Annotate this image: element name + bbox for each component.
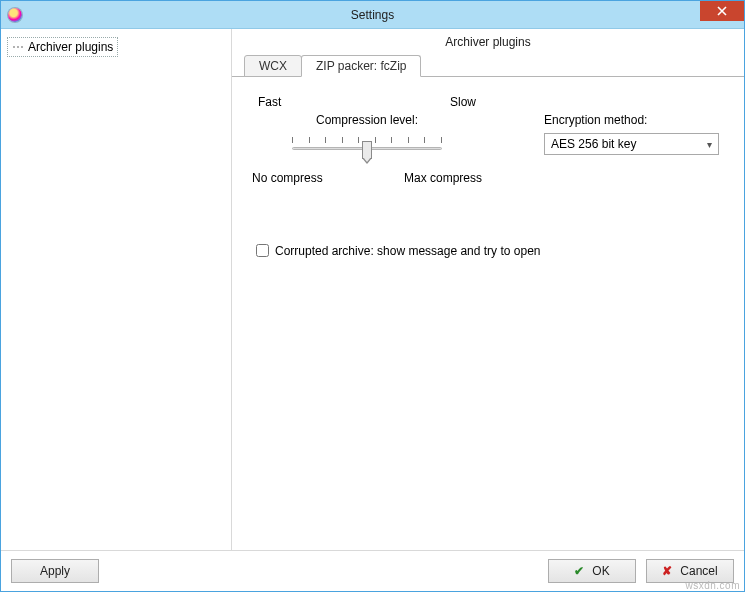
dropdown-value: AES 256 bit key — [551, 137, 636, 151]
tab-wcx[interactable]: WCX — [244, 55, 302, 77]
label-no-compress: No compress — [252, 171, 323, 185]
label-slow: Slow — [450, 95, 476, 109]
titlebar[interactable]: Settings — [1, 1, 744, 29]
encryption-group: Encryption method: AES 256 bit key ▾ — [544, 95, 719, 155]
cross-icon: ✘ — [662, 564, 672, 578]
label-fast: Fast — [258, 95, 281, 109]
sidebar-item-archiver-plugins[interactable]: ⋯Archiver plugins — [7, 37, 118, 57]
corrupted-archive-label: Corrupted archive: show message and try … — [275, 244, 540, 258]
corrupted-archive-checkbox[interactable]: Corrupted archive: show message and try … — [252, 241, 724, 260]
apply-button[interactable]: Apply — [11, 559, 99, 583]
tab-zip-packer[interactable]: ZIP packer: fcZip — [301, 55, 421, 77]
button-label: Apply — [40, 564, 70, 578]
sidebar: ⋯Archiver plugins — [1, 29, 231, 550]
tabpage-zip: Fast Slow Compression level: — [232, 77, 744, 550]
encryption-method-select[interactable]: AES 256 bit key ▾ — [544, 133, 719, 155]
window-title: Settings — [1, 8, 744, 22]
tab-label: WCX — [259, 59, 287, 73]
label-compression-level: Compression level: — [252, 113, 482, 127]
label-encryption-method: Encryption method: — [544, 113, 719, 127]
panel-title: Archiver plugins — [232, 29, 744, 55]
compression-group: Fast Slow Compression level: — [252, 95, 482, 185]
settings-window: Settings ⋯Archiver plugins Archiver plug… — [0, 0, 745, 592]
compression-slider[interactable] — [292, 131, 442, 161]
tab-label: ZIP packer: fcZip — [316, 59, 406, 73]
dialog-button-row: Apply ✔ OK ✘ Cancel — [1, 551, 744, 591]
sidebar-item-label: Archiver plugins — [28, 40, 113, 54]
ok-button[interactable]: ✔ OK — [548, 559, 636, 583]
check-icon: ✔ — [574, 564, 584, 578]
button-label: OK — [592, 564, 609, 578]
tree-expand-icon: ⋯ — [12, 40, 24, 54]
tabstrip: WCX ZIP packer: fcZip — [232, 55, 744, 77]
chevron-down-icon: ▾ — [707, 139, 712, 150]
watermark: wsxdn.com — [685, 580, 740, 591]
slider-thumb[interactable] — [362, 141, 372, 159]
corrupted-archive-input[interactable] — [256, 244, 269, 257]
label-max-compress: Max compress — [404, 171, 482, 185]
content-panel: Archiver plugins WCX ZIP packer: fcZip F… — [231, 29, 744, 550]
button-label: Cancel — [680, 564, 717, 578]
